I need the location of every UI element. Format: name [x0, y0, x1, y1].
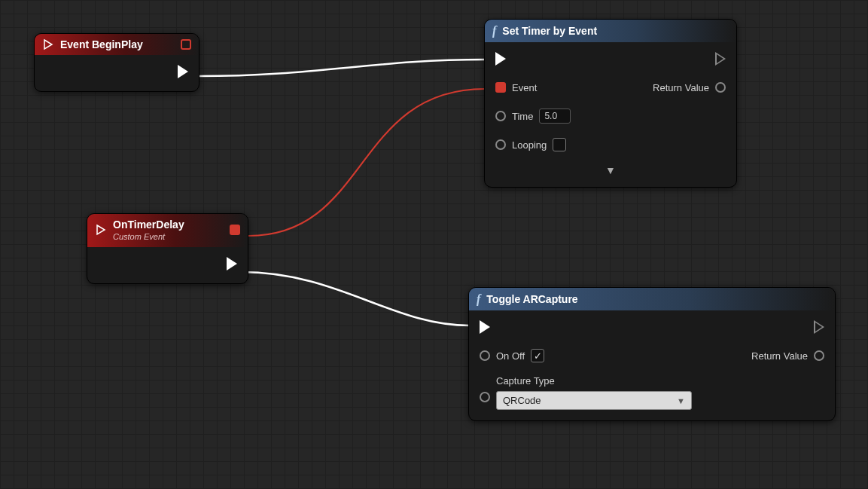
pin-label-time: Time: [512, 111, 533, 122]
looping-checkbox[interactable]: [553, 138, 566, 151]
exec-out-pin[interactable]: [814, 320, 824, 334]
event-icon: [42, 38, 54, 50]
exec-out-pin[interactable]: [227, 257, 237, 270]
capturetype-dropdown[interactable]: QRCode ▼: [496, 391, 692, 410]
pin-label-return: Return Value: [751, 350, 808, 362]
return-value-pin[interactable]: [715, 82, 726, 93]
chevron-down-icon: ▼: [677, 396, 685, 405]
delegate-pin-icon[interactable]: [230, 225, 240, 235]
event-icon: [95, 224, 107, 236]
node-header[interactable]: OnTimerDelay Custom Event: [87, 214, 248, 247]
pin-label-return: Return Value: [653, 82, 709, 93]
node-title-block: OnTimerDelay Custom Event: [113, 219, 184, 241]
node-event-beginplay[interactable]: Event BeginPlay: [34, 33, 199, 92]
onoff-pin[interactable]: [480, 350, 490, 361]
node-title: Set Timer by Event: [502, 25, 597, 37]
event-in-pin[interactable]: [495, 82, 506, 93]
capturetype-value: QRCode: [503, 395, 541, 406]
onoff-checkbox[interactable]: ✓: [531, 349, 544, 362]
function-icon: f: [477, 292, 480, 306]
expand-caret-icon[interactable]: ▼: [495, 164, 726, 176]
node-header[interactable]: f Set Timer by Event: [485, 20, 736, 42]
pin-label-onoff: On Off: [496, 350, 525, 362]
pin-label-capturetype: Capture Type: [496, 375, 692, 387]
pin-label-event: Event: [512, 82, 537, 93]
exec-in-pin[interactable]: [480, 320, 490, 334]
node-title: Event BeginPlay: [60, 38, 143, 50]
exec-out-pin[interactable]: [715, 52, 726, 66]
looping-pin[interactable]: [495, 139, 506, 150]
node-toggle-arcapture[interactable]: f Toggle ARCapture On Off ✓ Return Value…: [468, 287, 836, 421]
exec-out-pin[interactable]: [178, 65, 188, 78]
function-icon: f: [492, 24, 496, 38]
pin-label-looping: Looping: [512, 139, 547, 151]
exec-in-pin[interactable]: [495, 52, 506, 66]
delegate-pin-icon[interactable]: [181, 39, 191, 50]
node-title: OnTimerDelay: [113, 219, 184, 231]
node-set-timer-by-event[interactable]: f Set Timer by Event Event Return Value …: [484, 19, 737, 188]
node-ontimerdelay[interactable]: OnTimerDelay Custom Event: [87, 213, 248, 284]
node-title: Toggle ARCapture: [486, 293, 577, 305]
time-pin[interactable]: [495, 111, 506, 121]
node-subtitle: Custom Event: [113, 232, 184, 241]
node-header[interactable]: Event BeginPlay: [35, 34, 199, 55]
time-input[interactable]: [539, 108, 571, 124]
return-value-pin[interactable]: [814, 350, 824, 361]
capturetype-pin[interactable]: [480, 392, 490, 402]
node-header[interactable]: f Toggle ARCapture: [469, 288, 835, 310]
